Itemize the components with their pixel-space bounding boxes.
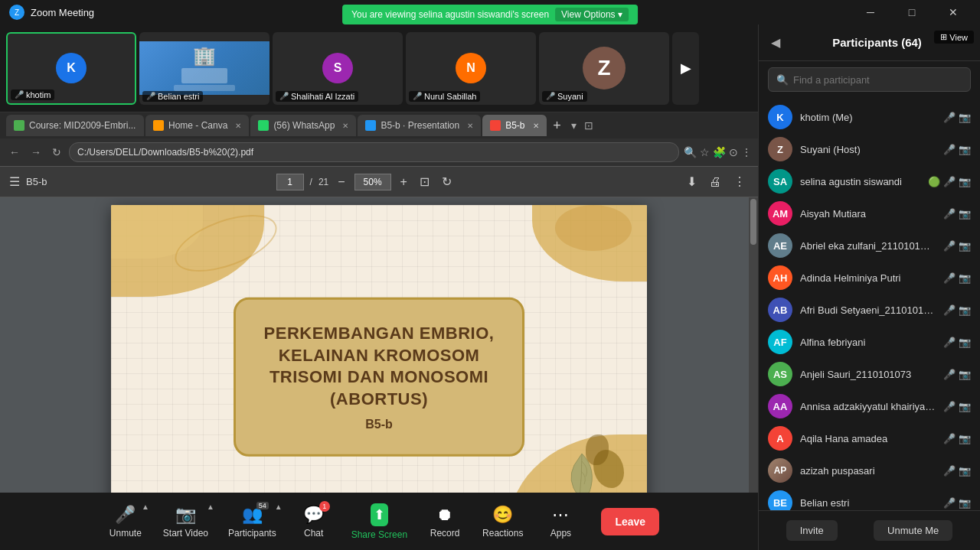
controls-annisa: 🎤 📷 [943,401,971,412]
participants-panel: ◀ Participants (64) 🔍 K khotim (Me) 🎤 📷 … [758,24,980,550]
maximize-button[interactable]: □ [894,0,929,24]
search-box: 🔍 [768,67,971,92]
tab-close-b5b[interactable]: ✕ [533,122,539,130]
view-toggle-button[interactable]: ⊞ View [934,31,974,44]
participants-icon-container: 👥 54 [242,505,263,525]
list-item-alfina[interactable]: AF Alfina febriyani 🎤 📷 [759,326,980,358]
avatar-afri: AB [768,298,792,322]
list-item-khotim[interactable]: K khotim (Me) 🎤 📷 [759,101,980,133]
start-video-button[interactable]: ▲ 📷 Start Video [154,496,217,546]
unmute-icon: 🎤 [115,505,136,525]
tab-icon-presentation [365,120,376,131]
window-controls: ─ □ ✕ [853,0,971,24]
unmute-button[interactable]: ▲ 🎤 Unmute [99,496,152,546]
list-item-suyani[interactable]: Z Suyani (Host) 🎤 📷 [759,133,980,165]
chat-button[interactable]: 💬 Chat 1 [287,496,341,546]
pdf-more[interactable]: ⋮ [730,173,749,190]
tab-close-whatsapp[interactable]: ✕ [342,122,348,130]
avatar-annisa: AA [768,394,792,418]
record-button[interactable]: ⏺ Record [418,496,472,546]
controls-selina: 🟢 🎤 📷 [928,176,971,187]
close-button[interactable]: ✕ [936,0,971,24]
bookmark-button[interactable]: ☆ [700,146,710,158]
name-aisyah: Aisyah Mutiara [800,208,936,220]
apps-button[interactable]: ⋯ Apps [534,496,587,546]
building-photo: 🏢 [139,41,270,95]
browser-chrome: Course: MID2009-Embri... ✕ Home - Canva … [0,112,758,167]
list-item-adinda[interactable]: AH Adinda Helminiya Putri 🎤 📷 [759,262,980,294]
pdf-rotate[interactable]: ↻ [439,173,455,190]
leave-button[interactable]: Leave [601,508,659,535]
tab-course[interactable]: Course: MID2009-Embri... ✕ [6,115,144,136]
participant-thumb-suyani[interactable]: Z 🎤 Suyani [539,32,669,105]
notification-text: You are viewing selina agustin siswandi'… [351,9,549,20]
list-item-aqila[interactable]: A Aqila Hana amadea 🎤 📷 [759,422,980,454]
name-khotim: khotim (Me) [800,112,936,123]
share-label: Share Screen [351,529,407,540]
list-item-selina[interactable]: SA selina agustin siswandi 🟢 🎤 📷 [759,165,980,197]
participant-thumb-shalihati[interactable]: S 🎤 Shalihati Al Izzati [273,32,403,105]
refresh-button[interactable]: ↻ [49,145,64,160]
tab-b5b[interactable]: B5-b ✕ [482,115,546,136]
profile-button[interactable]: ⊙ [729,146,738,158]
list-item-aisyah[interactable]: AM Aisyah Mutiara 🎤 📷 [759,197,980,229]
pdf-page-input[interactable] [276,174,304,190]
name-abriel: Abriel eka zulfani_2110101128 [800,240,936,252]
unmute-label: Unmute [109,528,142,539]
name-tag-khotim: 🎤 khotim [11,89,54,100]
new-tab-button[interactable]: + [548,116,567,135]
pdf-fit-page[interactable]: ⊡ [416,173,433,190]
pdf-scrollbar[interactable] [749,197,758,493]
share-screen-button[interactable]: ⬆ Share Screen [342,496,416,546]
mic-icon-adinda: 🎤 [943,272,956,284]
list-item-belian2[interactable]: BE Belian estri 🎤 📷 [759,487,980,510]
pdf-print[interactable]: 🖨 [706,174,724,190]
list-item-anjeli[interactable]: AS Anjeli Sauri_2110101073 🎤 📷 [759,358,980,390]
bottom-toolbar: ▲ 🎤 Unmute ▲ 📷 Start Video ▲ 👥 54 Partic… [0,493,758,550]
pdf-zoom-input[interactable] [354,174,391,190]
scroll-right-button[interactable]: ▶ [672,32,699,105]
participant-thumb-nurul[interactable]: N 🎤 Nurul Sabillah [406,32,536,105]
list-item-annisa[interactable]: AA Annisa adzakiyyatul khairiyah_2... 🎤 … [759,390,980,422]
list-item-azizah[interactable]: AP azizah puspasari 🎤 📷 [759,454,980,487]
name-afri: Afri Budi Setyaeni_2110101079 [800,304,936,316]
zoom-button[interactable]: 🔍 [684,146,697,158]
forward-button[interactable]: → [28,145,44,160]
restore-button[interactable]: ⊡ [581,118,596,133]
tab-close-course[interactable]: ✕ [143,122,144,130]
menu-button[interactable]: ⋮ [741,146,752,158]
minimize-button[interactable]: ─ [853,0,888,24]
tab-presentation[interactable]: B5-b · Presentation ✕ [358,115,481,136]
reactions-button[interactable]: 😊 Reactions [473,496,532,546]
pdf-zoom-in[interactable]: + [397,174,410,190]
name-adinda: Adinda Helminiya Putri [800,272,936,284]
invite-button[interactable]: Invite [786,520,838,541]
name-alfina: Alfina febriyani [800,337,936,348]
video-icon-suyani: 📷 [959,144,971,155]
participant-thumb-khotim[interactable]: K 🎤 khotim [6,32,136,105]
list-item-abriel[interactable]: AE Abriel eka zulfani_2110101128 🎤 📷 [759,229,980,262]
participants-button[interactable]: ▲ 👥 54 Participants [219,496,286,546]
controls-khotim: 🎤 📷 [943,112,971,123]
panel-collapse-button[interactable]: ◀ [771,35,780,50]
tab-close-presentation[interactable]: ✕ [467,122,473,130]
controls-adinda: 🎤 📷 [943,272,971,284]
unmute-me-button[interactable]: Unmute Me [874,520,952,541]
tab-dropdown-button[interactable]: ▾ [568,118,580,133]
controls-anjeli: 🎤 📷 [943,369,971,380]
tab-whatsapp[interactable]: (56) WhatsApp ✕ [250,115,356,136]
tab-canva[interactable]: Home - Canva ✕ [145,115,249,136]
mic-icon-azizah: 🎤 [943,465,956,477]
extensions-button[interactable]: 🧩 [713,146,726,158]
url-input[interactable] [69,142,679,162]
view-options-button[interactable]: View Options ▾ [555,8,629,21]
back-button[interactable]: ← [6,145,23,160]
pdf-scroll-thumb[interactable] [750,199,756,245]
list-item-afri[interactable]: AB Afri Budi Setyaeni_2110101079 🎤 📷 [759,294,980,326]
pdf-menu-button[interactable]: ☰ [9,174,20,189]
tab-close-canva[interactable]: ✕ [235,122,241,130]
pdf-zoom-out[interactable]: − [335,174,348,190]
participant-thumb-belian[interactable]: 🏢 🎤 Belian estri [139,32,270,105]
pdf-download[interactable]: ⬇ [684,173,700,190]
search-input[interactable] [793,74,962,86]
